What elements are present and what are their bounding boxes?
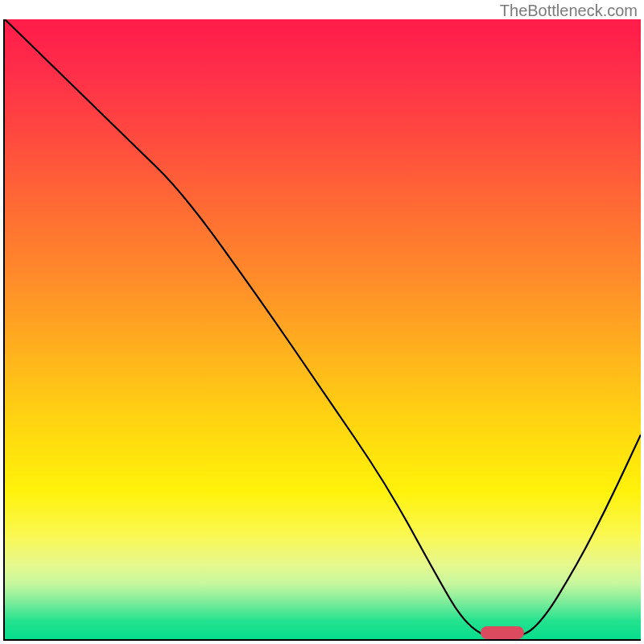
chart-background-gradient xyxy=(5,19,641,639)
optimal-range-marker xyxy=(481,626,524,639)
watermark-text: TheBottleneck.com xyxy=(500,2,638,20)
chart-plot-area xyxy=(3,19,641,641)
